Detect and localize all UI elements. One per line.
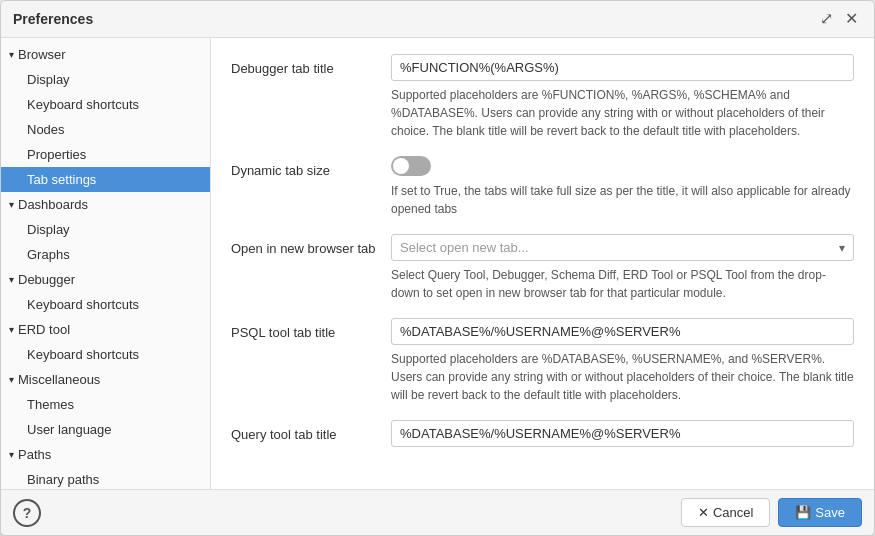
close-button[interactable]: ✕ <box>841 9 862 29</box>
label-dynamic-tab-size: Dynamic tab size <box>231 156 391 180</box>
cancel-button[interactable]: ✕ Cancel <box>681 498 770 527</box>
label-open-in-new-browser-tab: Open in new browser tab <box>231 234 391 258</box>
sidebar-item-themes[interactable]: Themes <box>1 392 210 417</box>
chevron-icon: ▾ <box>9 274 14 285</box>
sidebar-item-binary-paths[interactable]: Binary paths <box>1 467 210 489</box>
sidebar-item-display2[interactable]: Display <box>1 217 210 242</box>
sidebar-item-display1[interactable]: Display <box>1 67 210 92</box>
form-row-debugger-tab-title: Debugger tab titleSupported placeholders… <box>231 54 854 140</box>
footer-right: ✕ Cancel 💾 Save <box>681 498 862 527</box>
save-label: Save <box>815 505 845 520</box>
sidebar-item-graphs[interactable]: Graphs <box>1 242 210 267</box>
sidebar-item-browser[interactable]: ▾Browser <box>1 42 210 67</box>
input-query-tool-tab-title[interactable] <box>391 420 854 447</box>
helper-open-in-new-browser-tab: Select Query Tool, Debugger, Schema Diff… <box>391 266 854 302</box>
form-row-query-tool-tab-title: Query tool tab title <box>231 420 854 447</box>
chevron-icon: ▾ <box>9 199 14 210</box>
label-debugger-tab-title: Debugger tab title <box>231 54 391 78</box>
chevron-icon: ▾ <box>9 324 14 335</box>
dropdown-placeholder: Select open new tab... <box>400 240 529 255</box>
sidebar: ▾BrowserDisplayKeyboard shortcutsNodesPr… <box>1 38 211 489</box>
chevron-icon: ▾ <box>9 374 14 385</box>
save-button[interactable]: 💾 Save <box>778 498 862 527</box>
control-open-in-new-browser-tab: Select open new tab...▾Select Query Tool… <box>391 234 854 302</box>
toggle-dynamic-tab-size[interactable] <box>391 156 431 176</box>
footer-left: ? <box>13 499 41 527</box>
sidebar-item-keyboard2[interactable]: Keyboard shortcuts <box>1 292 210 317</box>
dialog-body: ▾BrowserDisplayKeyboard shortcutsNodesPr… <box>1 38 874 489</box>
dropdown-open-in-new-browser-tab[interactable]: Select open new tab...▾ <box>391 234 854 261</box>
helper-dynamic-tab-size: If set to True, the tabs will take full … <box>391 182 854 218</box>
form-row-psql-tool-tab-title: PSQL tool tab titleSupported placeholder… <box>231 318 854 404</box>
form-row-open-in-new-browser-tab: Open in new browser tabSelect open new t… <box>231 234 854 302</box>
sidebar-item-keyboard1[interactable]: Keyboard shortcuts <box>1 92 210 117</box>
cancel-label: Cancel <box>713 505 753 520</box>
sidebar-item-paths[interactable]: ▾Paths <box>1 442 210 467</box>
label-psql-tool-tab-title: PSQL tool tab title <box>231 318 391 342</box>
sidebar-item-debugger[interactable]: ▾Debugger <box>1 267 210 292</box>
save-icon: 💾 <box>795 505 811 520</box>
sidebar-item-keyboard3[interactable]: Keyboard shortcuts <box>1 342 210 367</box>
input-debugger-tab-title[interactable] <box>391 54 854 81</box>
sidebar-item-miscellaneous[interactable]: ▾Miscellaneous <box>1 367 210 392</box>
control-query-tool-tab-title <box>391 420 854 447</box>
input-psql-tool-tab-title[interactable] <box>391 318 854 345</box>
control-debugger-tab-title: Supported placeholders are %FUNCTION%, %… <box>391 54 854 140</box>
help-button[interactable]: ? <box>13 499 41 527</box>
sidebar-item-nodes[interactable]: Nodes <box>1 117 210 142</box>
dropdown-arrow-icon: ▾ <box>839 241 845 255</box>
control-psql-tool-tab-title: Supported placeholders are %DATABASE%, %… <box>391 318 854 404</box>
header-buttons: ⤢ ✕ <box>816 9 862 29</box>
helper-debugger-tab-title: Supported placeholders are %FUNCTION%, %… <box>391 86 854 140</box>
label-query-tool-tab-title: Query tool tab title <box>231 420 391 444</box>
content-area: Debugger tab titleSupported placeholders… <box>211 38 874 489</box>
form-row-dynamic-tab-size: Dynamic tab sizeIf set to True, the tabs… <box>231 156 854 218</box>
control-dynamic-tab-size: If set to True, the tabs will take full … <box>391 156 854 218</box>
helper-psql-tool-tab-title: Supported placeholders are %DATABASE%, %… <box>391 350 854 404</box>
sidebar-item-erd-tool[interactable]: ▾ERD tool <box>1 317 210 342</box>
dialog-footer: ? ✕ Cancel 💾 Save <box>1 489 874 535</box>
cancel-icon: ✕ <box>698 505 709 520</box>
sidebar-item-tab-settings[interactable]: Tab settings <box>1 167 210 192</box>
dialog-title: Preferences <box>13 11 93 27</box>
dialog-header: Preferences ⤢ ✕ <box>1 1 874 38</box>
chevron-icon: ▾ <box>9 449 14 460</box>
chevron-icon: ▾ <box>9 49 14 60</box>
preferences-dialog: Preferences ⤢ ✕ ▾BrowserDisplayKeyboard … <box>0 0 875 536</box>
sidebar-item-user-language[interactable]: User language <box>1 417 210 442</box>
maximize-button[interactable]: ⤢ <box>816 9 837 29</box>
sidebar-item-properties[interactable]: Properties <box>1 142 210 167</box>
sidebar-item-dashboards[interactable]: ▾Dashboards <box>1 192 210 217</box>
